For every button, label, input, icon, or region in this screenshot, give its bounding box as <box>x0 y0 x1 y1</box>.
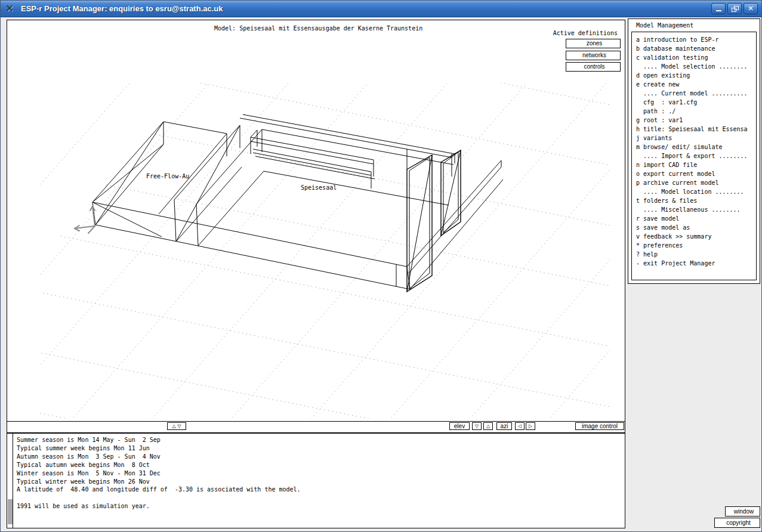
menu-item[interactable]: path : ./ <box>636 107 756 116</box>
menu-item[interactable]: o export current model <box>636 169 756 178</box>
menu-item[interactable]: h title: Speisesaal mit Essensa <box>636 125 756 134</box>
menu-item[interactable]: .... Import & export ........ <box>636 151 756 160</box>
azi-button[interactable]: azi <box>496 422 512 430</box>
feedback-line <box>17 494 301 502</box>
menu-item[interactable]: d open existing <box>636 71 756 80</box>
feedback-text: Summer season is Mon 14 May - Sun 2 SepT… <box>17 436 301 511</box>
copyright-button[interactable]: copyright <box>714 518 760 528</box>
menu-item[interactable]: ? help <box>636 250 756 259</box>
active-def-controls-button[interactable]: controls <box>566 62 621 72</box>
zoom-updown-button[interactable]: △ ▽ <box>167 422 186 430</box>
menu-item[interactable]: a introduction to ESP-r <box>636 35 756 44</box>
model-management-panel: Model Management a introduction to ESP-r… <box>628 18 760 284</box>
active-def-zones-button[interactable]: zones <box>566 39 621 48</box>
elev-button[interactable]: elev <box>449 422 470 430</box>
menu-item[interactable]: g root : var1 <box>636 116 756 125</box>
model-viewport[interactable]: Model: Speisesaal mit Essensausgabe der … <box>7 20 625 421</box>
menu-item[interactable]: v feedback >> summary <box>636 232 756 241</box>
feedback-line: Winter season is Mon 5 Nov - Mon 31 Dec <box>17 469 301 478</box>
active-definitions-label: Active definitions <box>553 30 618 36</box>
wireframe-scene <box>7 20 625 421</box>
window-button[interactable]: window <box>725 506 760 516</box>
feedback-scrollbar[interactable] <box>7 434 13 528</box>
menu-item[interactable]: c validation testing <box>636 53 756 62</box>
title-bar[interactable]: ✕ ESP-r Project Manager: enquiries to es… <box>1 1 761 17</box>
zone-label: Speisesaal <box>301 184 337 191</box>
feedback-line: Summer season is Mon 14 May - Sun 2 Sep <box>17 436 301 444</box>
window-title: ESP-r Project Manager: enquiries to esru… <box>21 4 223 13</box>
graphic-control-strip: △ ▽ elev ▽ △ azi ◁ ▷ image control <box>7 421 625 432</box>
active-def-networks-button[interactable]: networks <box>566 51 621 60</box>
menu-item[interactable]: j variants <box>636 134 756 143</box>
menu-list: a introduction to ESP-rb database mainte… <box>631 32 757 280</box>
feedback-line: Typical winter week begins Mon 26 Nov <box>17 478 301 486</box>
zone-label: Free-Flow-Au <box>146 173 189 180</box>
azi-right-button[interactable]: ▷ <box>526 422 535 430</box>
menu-item[interactable]: t folders & files <box>636 196 756 205</box>
feedback-line: A latitude of 48.40 and longitude diff o… <box>17 485 301 494</box>
menu-item[interactable]: r save model <box>636 214 756 223</box>
menu-item[interactable]: e create new <box>636 80 756 89</box>
elev-down-button[interactable]: ▽ <box>472 422 482 430</box>
menu-item[interactable]: p archive current model <box>636 178 756 187</box>
feedback-scrollbar-thumb[interactable] <box>8 499 13 524</box>
feedback-line: Typical autumn week begins Mon 8 Oct <box>17 461 301 469</box>
menu-item[interactable]: .... Current model .......... <box>636 89 756 98</box>
menu-item[interactable]: * preferences <box>636 241 756 250</box>
azi-left-button[interactable]: ◁ <box>515 422 525 430</box>
feedback-area: Summer season is Mon 14 May - Sun 2 SepT… <box>7 433 625 528</box>
menu-item[interactable]: n import CAD file <box>636 160 756 169</box>
menu-item[interactable]: m browse/ edit/ simulate <box>636 143 756 151</box>
menu-item[interactable]: b database maintenance <box>636 44 756 53</box>
feedback-line: 1991 will be used as simulation year. <box>17 502 301 511</box>
minimize-icon <box>716 10 721 11</box>
image-control-button[interactable]: image control <box>575 422 624 430</box>
feedback-line: Typical summer week begins Mon 11 Jun <box>17 444 301 453</box>
menu-item[interactable]: .... Model selection ........ <box>636 62 756 71</box>
app-x-icon: ✕ <box>5 2 17 14</box>
menu-item[interactable]: cfg : var1.cfg <box>636 98 756 107</box>
graphics-panel: Model: Speisesaal mit Essensausgabe der … <box>7 20 625 433</box>
menu-item[interactable]: s save model as <box>636 223 756 232</box>
menu-item[interactable]: - exit Project Manager <box>636 259 756 268</box>
close-button[interactable]: ✕ <box>744 3 758 14</box>
esp-r-project-manager-window: { "window": { "title": "ESP-r Project Ma… <box>0 0 762 532</box>
model-title: Model: Speisesaal mit Essensausgabe der … <box>214 25 422 32</box>
menu-title: Model Management <box>636 22 693 29</box>
menu-item[interactable]: .... Model location ........ <box>636 187 756 196</box>
restore-button[interactable] <box>727 3 742 14</box>
elev-up-button[interactable]: △ <box>483 422 493 430</box>
restore-icon-overlay <box>734 6 739 10</box>
menu-item[interactable]: .... Miscellaneous ........ <box>636 205 756 214</box>
feedback-line: Autumn season is Mon 3 Sep - Sun 4 Nov <box>17 453 301 461</box>
minimize-button[interactable] <box>711 3 726 14</box>
